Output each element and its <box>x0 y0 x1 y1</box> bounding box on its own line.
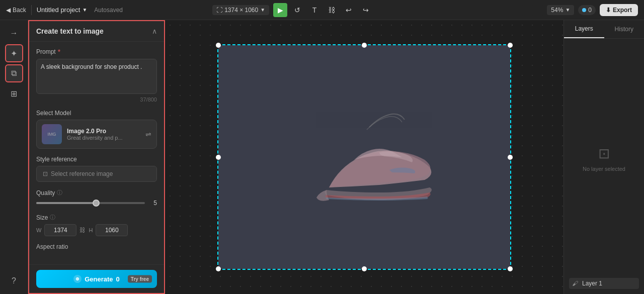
left-nav: → ✦ ⧉ ⊞ ? <box>0 20 28 294</box>
try-free-badge: Try free <box>128 275 152 283</box>
height-input[interactable] <box>96 224 128 236</box>
style-reference-button[interactable]: ⊡ Select reference image <box>36 166 157 182</box>
handle-top-middle[interactable] <box>362 43 367 48</box>
handle-middle-left[interactable] <box>216 155 221 160</box>
right-panel-tabs: Layers History <box>564 20 644 39</box>
redo-button[interactable]: ↪ <box>359 3 373 17</box>
panel-body: Prompt * 37/800 Select Model IMG Image 2… <box>29 42 164 264</box>
rotate-button[interactable]: ↺ <box>290 3 304 17</box>
topbar-center: ⛶ 1374 × 1060 ▼ ▶ ↺ T ⛓ ↩ ↪ <box>212 3 373 17</box>
nav-plugins-button[interactable]: ⊞ <box>5 84 23 103</box>
nav-generate-button[interactable]: ✦ <box>5 44 23 62</box>
no-layer-icon: ⊡ <box>598 145 610 162</box>
char-count: 37/800 <box>36 96 157 103</box>
tab-layers[interactable]: Layers <box>564 20 604 38</box>
back-button[interactable]: ◀ Back <box>6 7 26 14</box>
aspect-ratio-section: Aspect ratio <box>36 243 157 250</box>
toolbar-icons: ▶ ↺ T ⛓ ↩ ↪ <box>273 3 373 17</box>
quality-info-icon: ⓘ <box>57 189 62 197</box>
prompt-label: Prompt * <box>36 48 157 56</box>
generate-button[interactable]: ⊕ Generate 0 Try free <box>36 270 157 288</box>
style-reference-label: Style reference <box>36 156 157 163</box>
aspect-ratio-label: Aspect ratio <box>36 243 157 250</box>
model-swap-button[interactable]: ⇌ <box>145 130 151 138</box>
layer-item[interactable]: 🖌 Layer 1 <box>569 278 639 289</box>
nav-expand-button[interactable]: → <box>5 24 23 42</box>
generate-btn-container: ⊕ Generate 0 Try free <box>29 264 164 293</box>
quality-value: 5 <box>149 200 157 207</box>
quality-row: 5 <box>36 200 157 207</box>
image-select-icon: ⊡ <box>43 170 48 177</box>
handle-bottom-right[interactable] <box>508 266 513 271</box>
size-info-icon: ⓘ <box>50 214 55 221</box>
model-card[interactable]: IMG Image 2.0 Pro Great diversity and p.… <box>36 120 157 149</box>
divider <box>31 5 32 15</box>
layer-name: Layer 1 <box>582 280 602 287</box>
handle-bottom-middle[interactable] <box>362 266 367 271</box>
handle-top-right[interactable] <box>508 43 513 48</box>
quality-slider-thumb[interactable] <box>93 200 100 207</box>
autosaved-status: Autosaved <box>94 7 123 14</box>
chevron-down-icon: ▼ <box>565 7 570 13</box>
shoe-image <box>218 45 510 269</box>
export-button[interactable]: ⬇ Export <box>600 4 638 16</box>
quality-section: Quality ⓘ 5 <box>36 189 157 207</box>
credit-badge: 0 <box>578 5 596 15</box>
canvas-frame <box>218 45 510 269</box>
size-label: Size ⓘ <box>36 214 157 221</box>
required-indicator: * <box>58 48 60 56</box>
nav-help-button[interactable]: ? <box>5 272 23 290</box>
quality-slider-fill <box>36 202 96 204</box>
help-icon: ? <box>12 276 16 285</box>
quality-slider[interactable] <box>36 202 145 204</box>
project-title[interactable]: Untitled project ▼ <box>37 6 88 14</box>
zoom-display[interactable]: 54% ▼ <box>547 5 574 15</box>
height-label: H <box>89 227 93 233</box>
chevron-down-icon: ▼ <box>82 7 87 13</box>
style-reference-section: Style reference ⊡ Select reference image <box>36 156 157 182</box>
no-layer-selected: ⊡ No layer selected <box>569 44 639 273</box>
link-button[interactable]: ⛓ <box>325 3 339 17</box>
prompt-section: Prompt * 37/800 <box>36 48 157 103</box>
layers-icon: ⧉ <box>11 69 17 78</box>
play-button[interactable]: ▶ <box>273 3 287 17</box>
generate-icon: ✦ <box>11 49 17 58</box>
right-panel: Layers History ⊡ No layer selected 🖌 Lay… <box>564 20 644 294</box>
handle-top-left[interactable] <box>216 43 221 48</box>
model-thumb-text: IMG <box>48 132 56 137</box>
export-icon: ⬇ <box>606 7 611 14</box>
model-desc: Great diversity and p... <box>67 135 140 141</box>
handle-middle-right[interactable] <box>508 155 513 160</box>
chevron-down-icon: ▼ <box>260 7 265 13</box>
tab-history[interactable]: History <box>604 20 645 38</box>
width-input[interactable] <box>44 224 76 236</box>
left-panel: Create text to image ∧ Prompt * 37/800 S… <box>28 20 165 294</box>
topbar: ◀ Back Untitled project ▼ Autosaved ⛶ 13… <box>0 0 644 20</box>
select-model-section: Select Model IMG Image 2.0 Pro Great div… <box>36 110 157 149</box>
prompt-textarea[interactable] <box>36 59 157 94</box>
topbar-right: 54% ▼ 0 ⬇ Export <box>547 4 638 16</box>
nav-bottom: ? <box>5 272 23 290</box>
canvas-area[interactable] <box>165 20 564 294</box>
model-info: Image 2.0 Pro Great diversity and p... <box>67 128 140 141</box>
collapse-button[interactable]: ∧ <box>152 27 157 35</box>
canvas-size-display[interactable]: ⛶ 1374 × 1060 ▼ <box>212 5 269 15</box>
width-label: W <box>36 227 41 233</box>
generate-credit-icon: ⊕ <box>73 275 82 283</box>
back-arrow-icon: ◀ <box>6 7 11 14</box>
right-panel-content: ⊡ No layer selected 🖌 Layer 1 <box>564 39 644 294</box>
undo-button[interactable]: ↩ <box>342 3 356 17</box>
handle-bottom-left[interactable] <box>216 266 221 271</box>
panel-title: Create text to image <box>36 27 104 35</box>
link-icon: ⛓ <box>79 227 86 234</box>
main-area: → ✦ ⧉ ⊞ ? Create text to image ∧ Prompt <box>0 20 644 294</box>
select-model-label: Select Model <box>36 110 157 117</box>
plugins-icon: ⊞ <box>11 89 17 99</box>
nav-layers-button[interactable]: ⧉ <box>5 64 23 82</box>
shoe-svg <box>279 87 450 228</box>
quality-label: Quality ⓘ <box>36 189 157 197</box>
size-row: W ⛓ H <box>36 224 157 236</box>
model-name: Image 2.0 Pro <box>67 128 140 135</box>
text-button[interactable]: T <box>307 3 321 17</box>
layer-icon: 🖌 <box>572 280 578 287</box>
